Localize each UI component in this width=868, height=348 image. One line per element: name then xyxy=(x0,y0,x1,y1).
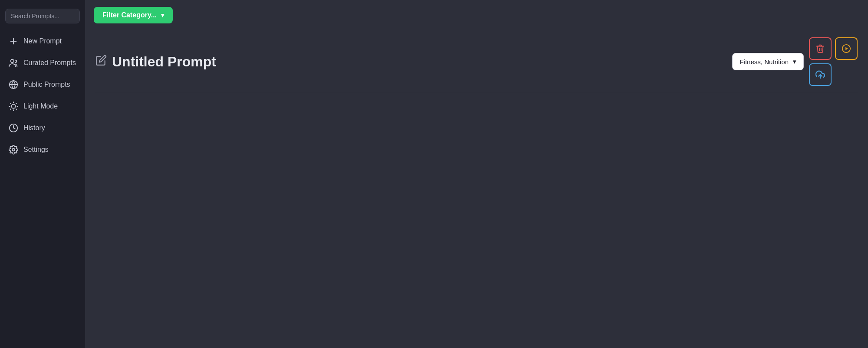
delete-button[interactable] xyxy=(809,37,832,60)
sidebar-label-curated-prompts: Curated Prompts xyxy=(23,59,76,68)
prompt-area: Untitled Prompt Fitness, Nutrition ▾ xyxy=(85,30,868,348)
category-chevron-icon: ▾ xyxy=(793,58,796,66)
play-button[interactable] xyxy=(835,37,858,60)
edit-icon[interactable] xyxy=(95,55,107,69)
sidebar-label-public-prompts: Public Prompts xyxy=(23,80,70,89)
category-label: Fitness, Nutrition xyxy=(740,58,789,66)
sidebar-item-settings[interactable]: Settings xyxy=(0,139,85,161)
prompt-header: Untitled Prompt Fitness, Nutrition ▾ xyxy=(95,37,858,86)
svg-line-12 xyxy=(10,109,11,109)
sidebar-item-public-prompts[interactable]: Public Prompts xyxy=(0,74,85,95)
gear-icon xyxy=(9,145,18,154)
svg-point-2 xyxy=(11,59,14,62)
sidebar-item-curated-prompts[interactable]: Curated Prompts xyxy=(0,52,85,74)
svg-point-5 xyxy=(11,104,15,108)
sidebar-item-new-prompt[interactable]: New Prompt xyxy=(0,30,85,52)
users-icon xyxy=(9,58,18,68)
category-dropdown[interactable]: Fitness, Nutrition ▾ xyxy=(732,53,804,70)
svg-line-8 xyxy=(10,103,11,104)
top-bar: Filter Category... ▾ xyxy=(85,0,868,30)
search-label: Search Prompts... xyxy=(11,13,59,20)
globe-icon xyxy=(9,80,18,89)
sidebar-label-light-mode: Light Mode xyxy=(23,102,58,111)
sidebar: Search Prompts... New Prompt Curated Pro… xyxy=(0,0,85,348)
sidebar-label-new-prompt: New Prompt xyxy=(23,37,62,46)
filter-label: Filter Category... xyxy=(102,11,157,19)
svg-line-9 xyxy=(16,109,16,109)
sun-icon xyxy=(9,102,18,111)
svg-marker-17 xyxy=(845,47,848,50)
action-buttons xyxy=(809,37,858,86)
upload-button[interactable] xyxy=(809,63,832,86)
sidebar-item-light-mode[interactable]: Light Mode xyxy=(0,95,85,117)
prompt-controls: Fitness, Nutrition ▾ xyxy=(732,37,858,86)
clock-icon xyxy=(9,123,18,133)
action-row-top xyxy=(809,37,858,60)
main-content: Filter Category... ▾ Untitled Prompt Fit… xyxy=(85,0,868,348)
filter-category-button[interactable]: Filter Category... ▾ xyxy=(94,7,173,23)
prompt-title: Untitled Prompt xyxy=(112,54,216,70)
sidebar-item-history[interactable]: History xyxy=(0,117,85,139)
prompt-title-section: Untitled Prompt xyxy=(95,54,216,70)
sidebar-label-history: History xyxy=(23,124,45,133)
svg-point-15 xyxy=(12,148,15,151)
svg-line-13 xyxy=(16,103,16,104)
action-row-bottom xyxy=(809,63,858,86)
sidebar-label-settings: Settings xyxy=(23,145,49,154)
plus-icon xyxy=(9,36,18,46)
search-button[interactable]: Search Prompts... xyxy=(5,9,80,23)
divider xyxy=(95,93,858,93)
filter-chevron-icon: ▾ xyxy=(161,12,164,19)
